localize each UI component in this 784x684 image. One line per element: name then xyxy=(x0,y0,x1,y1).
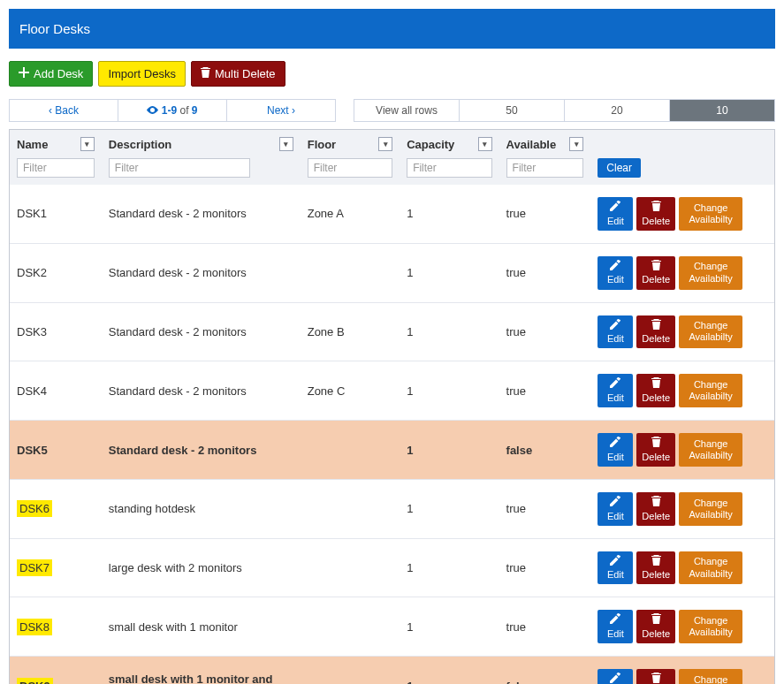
filter-available-input[interactable] xyxy=(506,158,584,178)
page-size-group: View all rows 50 20 10 xyxy=(354,99,775,122)
change-availability-label: ChangeAvailabilty xyxy=(689,498,732,521)
table-row: DSK1Standard desk - 2 monitorsZone A1tru… xyxy=(10,185,774,243)
import-desks-button[interactable]: Import Desks xyxy=(98,61,186,87)
delete-button[interactable]: Delete xyxy=(636,669,675,684)
delete-button[interactable]: Delete xyxy=(636,197,675,231)
multi-delete-label: Multi Delete xyxy=(215,67,276,80)
trash-icon xyxy=(651,201,661,215)
edit-button[interactable]: Edit xyxy=(598,433,633,467)
pager-next[interactable]: Next › xyxy=(227,100,335,121)
pager-next-label: Next xyxy=(267,104,289,117)
col-floor-menu[interactable]: ▾ xyxy=(378,137,392,151)
delete-button[interactable]: Delete xyxy=(636,433,675,467)
row-capacity: 1 xyxy=(407,561,413,574)
change-availability-button[interactable]: ChangeAvailabilty xyxy=(679,197,742,231)
row-capacity: 1 xyxy=(407,620,413,634)
row-actions: EditDeleteChangeAvailabilty xyxy=(598,551,767,585)
page-size-10[interactable]: 10 xyxy=(670,100,774,121)
row-description: Standard desk - 2 monitors xyxy=(109,444,257,457)
row-capacity: 1 xyxy=(407,325,413,338)
delete-button[interactable]: Delete xyxy=(636,374,675,407)
desks-table-wrap: Name ▾ Description ▾ Floor ▾ Capacity xyxy=(9,129,775,684)
filter-capacity-input[interactable] xyxy=(407,158,491,178)
view-all-rows[interactable]: View all rows xyxy=(354,100,460,121)
edit-label: Edit xyxy=(607,628,624,640)
row-description: Standard desk - 2 monitors xyxy=(109,266,247,279)
edit-button[interactable]: Edit xyxy=(598,551,633,585)
change-availability-button[interactable]: ChangeAvailabilty xyxy=(679,492,742,526)
row-actions: EditDeleteChangeAvailabilty xyxy=(598,374,767,407)
page-size-50[interactable]: 50 xyxy=(460,100,565,121)
table-row: DSK2Standard desk - 2 monitors1trueEditD… xyxy=(10,243,774,302)
delete-button[interactable]: Delete xyxy=(636,492,675,526)
pager-of: of xyxy=(179,104,188,117)
filter-floor-input[interactable] xyxy=(308,158,392,178)
change-availability-button[interactable]: ChangeAvailabilty xyxy=(679,610,742,643)
row-available: true xyxy=(506,325,526,338)
chevron-down-icon: ▾ xyxy=(384,140,388,148)
plus-icon xyxy=(19,67,29,80)
change-availability-button[interactable]: ChangeAvailabilty xyxy=(679,256,742,290)
change-availability-button[interactable]: ChangeAvailabilty xyxy=(679,433,742,467)
row-actions: EditDeleteChangeAvailabilty xyxy=(598,315,767,349)
edit-icon xyxy=(610,201,620,215)
delete-button[interactable]: Delete xyxy=(636,551,675,585)
pager-back-label: Back xyxy=(55,104,79,117)
edit-label: Edit xyxy=(607,452,624,463)
col-description-menu[interactable]: ▾ xyxy=(279,137,293,151)
row-actions: EditDeleteChangeAvailabilty xyxy=(598,610,767,643)
row-name: DSK6 xyxy=(17,500,52,517)
change-availability-button[interactable]: ChangeAvailabilty xyxy=(679,669,742,684)
change-availability-button[interactable]: ChangeAvailabilty xyxy=(679,315,742,349)
toolbar: Add Desk Import Desks Multi Delete xyxy=(9,61,775,87)
row-available: false xyxy=(506,680,533,684)
col-capacity-header[interactable]: Capacity xyxy=(407,138,454,151)
col-capacity-menu[interactable]: ▾ xyxy=(478,137,492,151)
edit-button[interactable]: Edit xyxy=(598,610,633,643)
row-name: DSK7 xyxy=(17,559,52,576)
filter-description-input[interactable] xyxy=(109,158,250,178)
edit-button[interactable]: Edit xyxy=(598,492,633,526)
col-name-menu[interactable]: ▾ xyxy=(80,137,95,151)
row-available: true xyxy=(506,561,526,574)
row-actions: EditDeleteChangeAvailabilty xyxy=(598,669,767,684)
edit-button[interactable]: Edit xyxy=(598,374,633,407)
pager-total: 9 xyxy=(192,104,198,117)
delete-label: Delete xyxy=(642,628,670,640)
filter-name-input[interactable] xyxy=(17,158,95,178)
col-available-header[interactable]: Available xyxy=(506,138,557,151)
trash-icon xyxy=(651,437,661,451)
delete-button[interactable]: Delete xyxy=(636,315,675,349)
row-available: true xyxy=(506,502,526,515)
add-desk-button[interactable]: Add Desk xyxy=(9,61,93,87)
page-header: Floor Desks xyxy=(9,9,775,49)
page-size-20[interactable]: 20 xyxy=(565,100,670,121)
edit-button[interactable]: Edit xyxy=(598,197,633,231)
edit-button[interactable]: Edit xyxy=(598,315,633,349)
table-row: DSK3Standard desk - 2 monitorsZone B1tru… xyxy=(10,302,774,361)
multi-delete-button[interactable]: Multi Delete xyxy=(191,61,285,87)
col-name-header[interactable]: Name xyxy=(17,138,48,151)
change-availability-button[interactable]: ChangeAvailabilty xyxy=(679,374,742,407)
trash-icon xyxy=(651,555,661,569)
col-description-header[interactable]: Description xyxy=(109,138,172,151)
pager-back[interactable]: ‹ Back xyxy=(10,100,118,121)
row-description: large desk with 2 monitors xyxy=(109,561,242,574)
edit-button[interactable]: Edit xyxy=(598,669,633,684)
row-available: true xyxy=(506,207,526,220)
edit-icon xyxy=(610,613,620,627)
delete-button[interactable]: Delete xyxy=(636,610,675,643)
row-name: DSK9 xyxy=(17,678,53,684)
table-row: DSK4Standard desk - 2 monitorsZone C1tru… xyxy=(10,361,774,421)
clear-filters-button[interactable]: Clear xyxy=(598,158,641,178)
row-floor: Zone B xyxy=(308,325,345,338)
edit-button[interactable]: Edit xyxy=(598,256,633,290)
row-capacity: 1 xyxy=(407,207,413,220)
change-availability-button[interactable]: ChangeAvailabilty xyxy=(679,551,742,585)
row-floor: Zone A xyxy=(308,207,344,220)
delete-button[interactable]: Delete xyxy=(636,256,675,290)
col-floor-header[interactable]: Floor xyxy=(308,138,337,151)
table-row: DSK9small desk with 1 monitor and landla… xyxy=(10,657,774,684)
table-row: DSK5Standard desk - 2 monitors1falseEdit… xyxy=(10,421,774,480)
col-available-menu[interactable]: ▾ xyxy=(569,137,583,151)
